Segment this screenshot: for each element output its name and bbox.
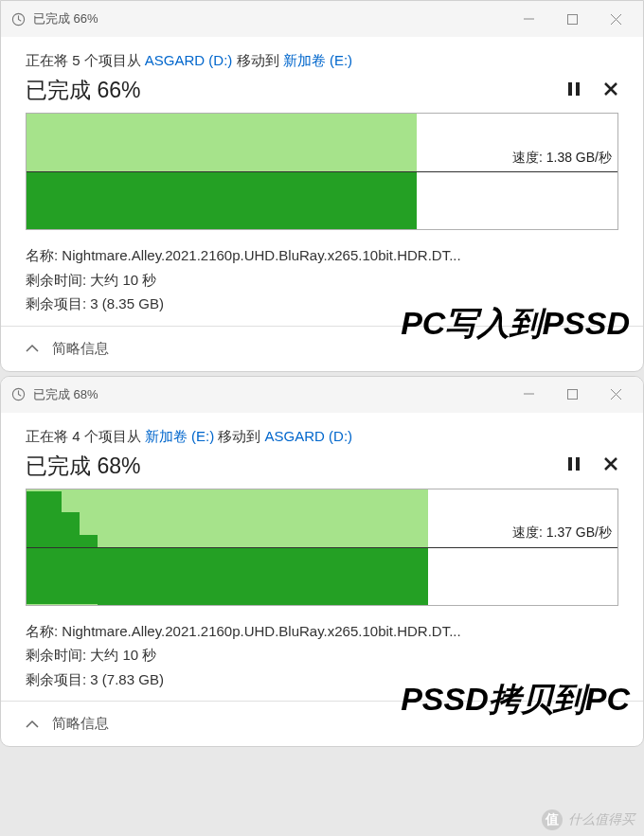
svg-rect-5 (567, 390, 577, 400)
close-window-button[interactable] (594, 380, 637, 410)
speed-label: 速度: 1.37 GB/秒 (512, 525, 612, 543)
dest-drive-link[interactable]: ASGARD (D:) (265, 428, 353, 444)
clock-icon (10, 387, 26, 402)
chevron-up-icon (26, 344, 39, 353)
titlebar[interactable]: 已完成 68% (1, 377, 643, 413)
cancel-button[interactable] (603, 81, 618, 100)
titlebar[interactable]: 已完成 66% (1, 1, 643, 37)
progress-text: 已完成 68% (26, 452, 140, 481)
svg-rect-1 (567, 14, 577, 24)
maximize-button[interactable] (550, 380, 594, 410)
watermark-icon: 值 (542, 809, 563, 830)
file-copy-dialog: 已完成 66% 正在将 5 个项目从 ASGARD (D:) 移动到 新加卷 (… (0, 0, 644, 372)
svg-rect-6 (568, 457, 572, 471)
maximize-button[interactable] (550, 4, 594, 34)
speed-chart: 速度: 1.38 GB/秒 (26, 113, 618, 230)
annotation-overlay: PC写入到PSSD (401, 302, 630, 346)
speed-label: 速度: 1.38 GB/秒 (512, 150, 612, 169)
minimize-button[interactable] (507, 380, 550, 410)
close-window-button[interactable] (594, 4, 637, 34)
speed-chart: 速度: 1.37 GB/秒 (26, 489, 618, 606)
move-description: 正在将 5 个项目从 ASGARD (D:) 移动到 新加卷 (E:) (26, 52, 618, 70)
svg-rect-2 (568, 82, 572, 96)
progress-text: 已完成 66% (26, 76, 140, 105)
remaining-time-row: 剩余时间: 大约 10 秒 (26, 643, 618, 667)
source-drive-link[interactable]: ASGARD (D:) (145, 52, 233, 68)
move-description: 正在将 4 个项目从 新加卷 (E:) 移动到 ASGARD (D:) (26, 428, 618, 446)
svg-rect-3 (576, 82, 580, 96)
window-title: 已完成 66% (33, 10, 507, 27)
remaining-time-row: 剩余时间: 大约 10 秒 (26, 268, 618, 293)
minimize-button[interactable] (507, 4, 550, 34)
pause-button[interactable] (567, 81, 581, 100)
cancel-button[interactable] (603, 456, 618, 475)
file-name-row: 名称: Nightmare.Alley.2021.2160p.UHD.BluRa… (26, 619, 618, 644)
dest-drive-link[interactable]: 新加卷 (E:) (283, 52, 352, 68)
source-drive-link[interactable]: 新加卷 (E:) (145, 428, 214, 444)
chevron-up-icon (26, 720, 39, 729)
window-title: 已完成 68% (33, 386, 507, 403)
watermark: 值 什么值得买 (542, 809, 635, 830)
svg-rect-7 (576, 457, 580, 471)
annotation-overlay: PSSD拷贝到PC (401, 678, 630, 721)
clock-icon (10, 11, 26, 27)
pause-button[interactable] (567, 456, 581, 475)
file-copy-dialog: 已完成 68% 正在将 4 个项目从 新加卷 (E:) 移动到 ASGARD (… (0, 376, 644, 748)
file-name-row: 名称: Nightmare.Alley.2021.2160p.UHD.BluRa… (26, 243, 618, 268)
